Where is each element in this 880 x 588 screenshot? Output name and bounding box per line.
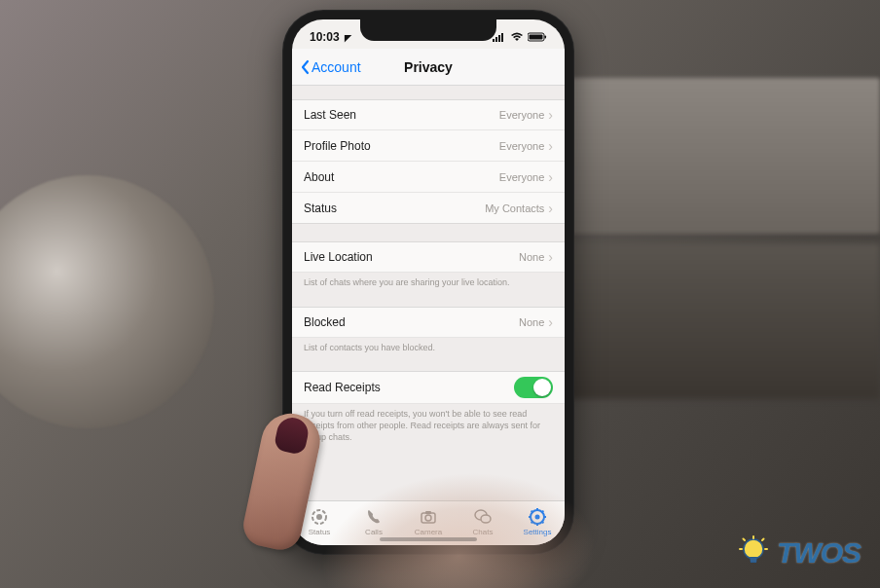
row-label: Profile Photo xyxy=(304,139,371,153)
time-text: 10:03 xyxy=(310,30,340,44)
chevron-left-icon xyxy=(300,59,310,75)
svg-line-30 xyxy=(744,539,746,541)
row-label: Live Location xyxy=(304,250,373,264)
tab-calls[interactable]: Calls xyxy=(347,507,401,536)
svg-point-13 xyxy=(481,515,491,523)
row-status[interactable]: Status My Contacts› xyxy=(292,193,565,224)
camera-icon xyxy=(419,507,438,527)
tab-label: Calls xyxy=(365,528,383,536)
back-label: Account xyxy=(312,59,361,75)
row-label: Status xyxy=(304,202,337,215)
row-about[interactable]: About Everyone› xyxy=(292,162,565,193)
row-value: Everyone xyxy=(499,109,544,121)
tab-camera[interactable]: Camera xyxy=(401,507,456,536)
watermark: TWOS xyxy=(736,535,861,570)
svg-point-24 xyxy=(744,539,763,559)
svg-rect-3 xyxy=(501,33,503,42)
background-shelf xyxy=(549,78,880,234)
chevron-right-icon: › xyxy=(548,169,553,185)
section-live-location: Live Location None› List of chats where … xyxy=(292,241,565,289)
svg-point-10 xyxy=(425,515,431,521)
toggle-switch-on[interactable] xyxy=(514,377,553,398)
background-speaker-shape xyxy=(0,175,214,428)
section-blocked: Blocked None› List of contacts you have … xyxy=(292,307,565,354)
battery-icon xyxy=(528,32,547,42)
section-footer-text: List of contacts you have blocked. xyxy=(292,338,565,354)
row-last-seen[interactable]: Last Seen Everyone› xyxy=(292,99,565,130)
chat-bubbles-icon xyxy=(473,507,493,527)
chevron-right-icon: › xyxy=(548,201,553,216)
row-label: Last Seen xyxy=(304,108,356,122)
wifi-icon xyxy=(510,32,524,42)
section-read-receipts: Read Receipts If you turn off read recei… xyxy=(292,371,565,443)
watermark-text: TWOS xyxy=(777,536,861,570)
svg-rect-5 xyxy=(530,35,543,40)
tab-label: Status xyxy=(309,528,331,536)
svg-rect-0 xyxy=(493,39,495,42)
svg-rect-1 xyxy=(495,37,497,42)
notch xyxy=(360,19,496,41)
iphone-frame: 10:03 ◤ Account xyxy=(282,10,574,555)
lightbulb-icon xyxy=(736,535,771,570)
chevron-right-icon: › xyxy=(548,138,553,154)
background-shelf-lower xyxy=(549,243,880,399)
tab-label: Settings xyxy=(524,528,552,536)
row-label: About xyxy=(304,170,334,184)
phone-icon xyxy=(364,507,384,527)
chevron-right-icon: › xyxy=(548,249,553,265)
row-label: Read Receipts xyxy=(304,381,381,394)
home-indicator xyxy=(380,537,477,541)
svg-rect-2 xyxy=(498,35,500,42)
chevron-right-icon: › xyxy=(548,314,553,330)
screen: 10:03 ◤ Account xyxy=(292,19,565,545)
back-button[interactable]: Account xyxy=(292,59,361,75)
row-label: Blocked xyxy=(304,315,346,329)
content-area: Last Seen Everyone› Profile Photo Everyo… xyxy=(292,86,565,500)
section-footer-text: If you turn off read receipts, you won't… xyxy=(292,404,565,443)
location-arrow-icon: ◤ xyxy=(345,33,351,43)
svg-line-31 xyxy=(762,539,764,541)
tab-label: Chats xyxy=(473,528,494,536)
row-profile-photo[interactable]: Profile Photo Everyone› xyxy=(292,130,565,162)
section-visibility: Last Seen Everyone› Profile Photo Everyo… xyxy=(292,99,565,224)
row-live-location[interactable]: Live Location None› xyxy=(292,241,565,273)
status-time: 10:03 ◤ xyxy=(310,30,351,44)
chevron-right-icon: › xyxy=(548,107,553,123)
nav-bar: Account Privacy xyxy=(292,49,565,86)
row-value: None xyxy=(519,251,544,263)
svg-point-8 xyxy=(316,514,322,520)
row-value: None xyxy=(519,316,544,328)
tab-chats[interactable]: Chats xyxy=(456,507,510,536)
row-read-receipts[interactable]: Read Receipts xyxy=(292,371,565,404)
svg-rect-6 xyxy=(545,36,547,39)
svg-point-15 xyxy=(535,514,540,519)
gear-icon xyxy=(528,507,547,527)
tab-label: Camera xyxy=(415,528,442,536)
section-footer-text: List of chats where you are sharing your… xyxy=(292,273,565,289)
status-ring-icon xyxy=(310,507,329,527)
row-value: Everyone xyxy=(499,140,544,152)
row-blocked[interactable]: Blocked None› xyxy=(292,307,565,338)
svg-rect-11 xyxy=(425,511,431,514)
row-value: Everyone xyxy=(499,171,544,183)
row-value: My Contacts xyxy=(485,202,544,214)
tab-settings[interactable]: Settings xyxy=(510,507,565,536)
